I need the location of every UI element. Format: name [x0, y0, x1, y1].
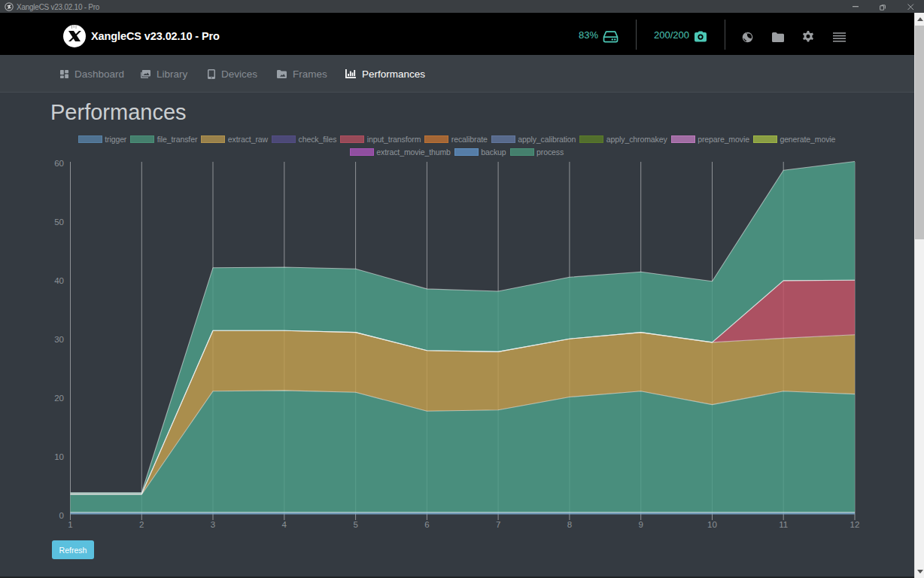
svg-text:8: 8 [567, 520, 572, 529]
svg-text:0: 0 [59, 511, 64, 520]
svg-text:30: 30 [54, 335, 64, 344]
svg-text:11: 11 [779, 520, 788, 529]
svg-text:6: 6 [424, 520, 429, 529]
svg-text:12: 12 [850, 520, 860, 529]
svg-text:1: 1 [68, 520, 72, 529]
svg-text:9: 9 [638, 520, 643, 529]
svg-text:5: 5 [353, 520, 357, 529]
svg-text:3: 3 [211, 520, 215, 529]
svg-text:60: 60 [54, 159, 64, 168]
svg-text:10: 10 [54, 452, 64, 461]
svg-text:20: 20 [54, 394, 64, 403]
svg-text:50: 50 [54, 218, 64, 227]
svg-text:7: 7 [496, 520, 500, 529]
svg-text:10: 10 [707, 520, 717, 529]
svg-text:4: 4 [282, 520, 287, 529]
svg-text:2: 2 [139, 520, 144, 529]
svg-text:40: 40 [54, 276, 64, 285]
